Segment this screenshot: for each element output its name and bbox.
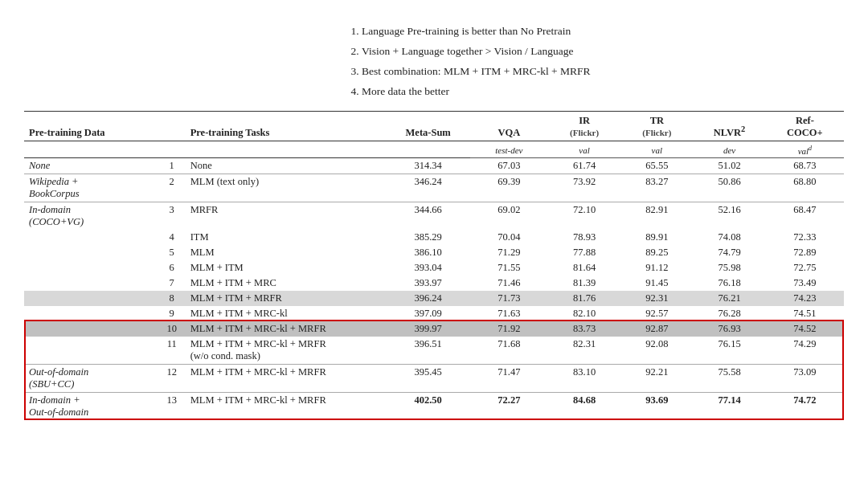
table-row: Out-of-domain(SBU+CC)12MLM + ITM + MRC-k… (24, 365, 844, 393)
task-label: MLM (186, 245, 387, 260)
ablation-table: Pre-training Data Pre-training Tasks Met… (24, 111, 844, 421)
group-label (24, 245, 158, 260)
cell-ir: 81.64 (548, 260, 620, 276)
cell-meta_sum: 393.04 (387, 260, 470, 276)
col-nlvr: NLVR2 (693, 111, 765, 141)
cell-tr: 92.08 (620, 337, 693, 365)
cell-tr: 92.57 (620, 306, 693, 321)
cell-vqa: 71.46 (470, 276, 548, 291)
task-label: MLM + ITM + MRFR (186, 291, 387, 306)
cell-vqa: 69.02 (470, 202, 548, 231)
cell-ir: 73.92 (548, 174, 620, 202)
table-row: None1None314.3467.0361.7465.5551.0268.73 (24, 158, 844, 174)
row-num: 9 (158, 306, 186, 321)
cell-tr: 92.87 (620, 321, 693, 337)
cell-ir: 82.31 (548, 337, 620, 365)
col-pretrain-data: Pre-training Data (24, 111, 158, 141)
task-label: MLM (text only) (186, 174, 387, 202)
cell-tr: 93.69 (620, 393, 693, 421)
cell-ref: 73.49 (766, 276, 844, 291)
cell-nlvr: 75.58 (693, 365, 765, 393)
task-label: MLM + ITM + MRC-kl + MRFR (186, 365, 387, 393)
cell-ir: 83.10 (548, 365, 620, 393)
table-row: 10MLM + ITM + MRC-kl + MRFR399.9771.9283… (24, 321, 844, 337)
row-num: 5 (158, 245, 186, 260)
cell-tr: 89.25 (620, 245, 693, 260)
cell-nlvr: 52.16 (693, 202, 765, 231)
col-pretrain-tasks: Pre-training Tasks (186, 111, 387, 141)
cell-ir: 72.10 (548, 202, 620, 231)
cell-tr: 65.55 (620, 158, 693, 174)
col-meta-sum: Meta-Sum (387, 111, 470, 141)
cell-nlvr: 74.79 (693, 245, 765, 260)
task-label: MLM + ITM + MRC-kl (186, 306, 387, 321)
cell-ref: 72.75 (766, 260, 844, 276)
row-num: 6 (158, 260, 186, 276)
cell-tr: 91.45 (620, 276, 693, 291)
task-label: MLM + ITM + MRC-kl + MRFR (186, 321, 387, 337)
col-ir: IR(Flickr) (548, 111, 620, 141)
table-row: 7MLM + ITM + MRC393.9771.4681.3991.4576.… (24, 276, 844, 291)
note-item: Best combination: MLM + ITM + MRC-kl + M… (362, 63, 844, 81)
cell-nlvr: 77.14 (693, 393, 765, 421)
task-label: ITM (186, 230, 387, 245)
cell-nlvr: 75.98 (693, 260, 765, 276)
row-num: 4 (158, 230, 186, 245)
cell-meta_sum: 395.45 (387, 365, 470, 393)
table-row: 6MLM + ITM393.0471.5581.6491.1275.9872.7… (24, 260, 844, 276)
group-label (24, 321, 158, 337)
task-label: MLM + ITM (186, 260, 387, 276)
row-num: 3 (158, 202, 186, 231)
page: Language Pre-training is better than No … (0, 0, 868, 490)
cell-tr: 82.91 (620, 202, 693, 231)
cell-nlvr: 50.86 (693, 174, 765, 202)
group-label (24, 337, 158, 365)
row-num: 13 (158, 393, 186, 421)
cell-ref: 72.33 (766, 230, 844, 245)
row-num: 7 (158, 276, 186, 291)
task-label: MLM + ITM + MRC (186, 276, 387, 291)
cell-meta_sum: 396.24 (387, 291, 470, 306)
cell-nlvr: 76.15 (693, 337, 765, 365)
table-body: None1None314.3467.0361.7465.5551.0268.73… (24, 158, 844, 421)
title-block (24, 16, 297, 24)
col-vqa: VQA (470, 111, 548, 141)
cell-meta_sum: 386.10 (387, 245, 470, 260)
cell-ir: 81.39 (548, 276, 620, 291)
cell-vqa: 71.68 (470, 337, 548, 365)
cell-nlvr: 76.18 (693, 276, 765, 291)
table-row: 9MLM + ITM + MRC-kl397.0971.6382.1092.57… (24, 306, 844, 321)
table-row: 5MLM386.1071.2977.8889.2574.7972.89 (24, 245, 844, 260)
cell-meta_sum: 397.09 (387, 306, 470, 321)
group-label: In-domain(COCO+VG) (24, 202, 158, 231)
task-label: MLM + ITM + MRC-kl + MRFR (186, 393, 387, 421)
row-num: 2 (158, 174, 186, 202)
cell-ref: 68.80 (766, 174, 844, 202)
task-label: None (186, 158, 387, 174)
cell-tr: 92.21 (620, 365, 693, 393)
cell-ir: 81.76 (548, 291, 620, 306)
cell-meta_sum: 393.97 (387, 276, 470, 291)
top-section: Language Pre-training is better than No … (24, 16, 844, 103)
row-num: 1 (158, 158, 186, 174)
notes-block: Language Pre-training is better than No … (297, 16, 844, 103)
cell-ref: 74.29 (766, 337, 844, 365)
cell-ref: 74.72 (766, 393, 844, 421)
task-label: MRFR (186, 202, 387, 231)
cell-vqa: 71.92 (470, 321, 548, 337)
cell-vqa: 72.27 (470, 393, 548, 421)
group-label: Wikipedia +BookCorpus (24, 174, 158, 202)
cell-nlvr: 76.28 (693, 306, 765, 321)
header-row-1: Pre-training Data Pre-training Tasks Met… (24, 111, 844, 141)
cell-vqa: 70.04 (470, 230, 548, 245)
cell-meta_sum: 314.34 (387, 158, 470, 174)
cell-meta_sum: 399.97 (387, 321, 470, 337)
note-item: Vision + Language together > Vision / La… (362, 43, 844, 61)
cell-ir: 82.10 (548, 306, 620, 321)
cell-ir: 77.88 (548, 245, 620, 260)
col-num (158, 111, 186, 141)
cell-ref: 72.89 (766, 245, 844, 260)
notes-list: Language Pre-training is better than No … (346, 22, 844, 101)
cell-ref: 73.09 (766, 365, 844, 393)
cell-tr: 91.12 (620, 260, 693, 276)
